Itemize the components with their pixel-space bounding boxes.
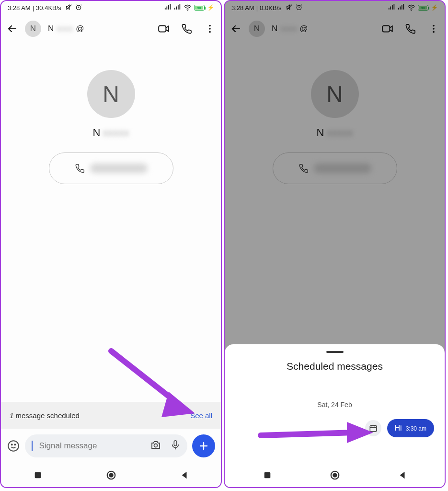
video-call-button[interactable] bbox=[381, 23, 394, 35]
emoji-button[interactable] bbox=[7, 439, 20, 453]
alarm-icon bbox=[295, 3, 303, 12]
nav-back-button[interactable] bbox=[396, 468, 409, 482]
more-options-button[interactable] bbox=[427, 23, 440, 35]
nav-back-button[interactable] bbox=[178, 468, 191, 482]
video-call-button[interactable] bbox=[158, 23, 170, 35]
scheduled-messages-sheet[interactable]: Scheduled messages Sat, 24 Feb Hi 3:30 a… bbox=[225, 344, 445, 487]
svg-point-14 bbox=[109, 473, 113, 477]
sheet-handle[interactable] bbox=[326, 351, 344, 353]
contact-name[interactable]: Nxxxx @ bbox=[48, 24, 84, 34]
svg-point-5 bbox=[209, 28, 211, 30]
message-input-container[interactable] bbox=[25, 434, 187, 457]
voice-call-button[interactable] bbox=[181, 23, 193, 35]
camera-button[interactable] bbox=[150, 439, 161, 453]
charging-icon: ⚡ bbox=[207, 4, 214, 11]
contact-profile: N Nxxxxx bbox=[1, 70, 221, 184]
contact-avatar-large: N bbox=[87, 70, 135, 118]
message-time: 3:30 am bbox=[406, 425, 426, 432]
scheduled-count-label: 1 message scheduled bbox=[10, 411, 80, 420]
contact-name[interactable]: Nxxxx @ bbox=[272, 24, 308, 34]
status-bar: 3:28 AM | 0.0KB/s 98 ⚡ bbox=[225, 1, 445, 14]
nav-home-button[interactable] bbox=[104, 468, 118, 482]
sheet-date-label: Sat, 24 Feb bbox=[317, 401, 352, 409]
mic-button[interactable] bbox=[170, 440, 181, 452]
svg-rect-12 bbox=[34, 472, 41, 479]
calendar-icon bbox=[365, 420, 381, 436]
scheduled-message-bubble[interactable]: Hi 3:30 am bbox=[387, 419, 434, 437]
svg-point-6 bbox=[209, 31, 211, 33]
svg-point-2 bbox=[187, 10, 188, 10]
scheduled-messages-bar[interactable]: 1 message scheduled See all bbox=[1, 402, 221, 429]
app-header: N Nxxxx @ bbox=[225, 14, 445, 43]
svg-point-19 bbox=[411, 10, 412, 10]
nav-recents-button[interactable] bbox=[31, 468, 45, 482]
svg-point-27 bbox=[333, 473, 336, 477]
message-text: Hi bbox=[395, 424, 402, 433]
nav-recents-button[interactable] bbox=[261, 468, 274, 482]
contact-avatar-small[interactable]: N bbox=[249, 21, 265, 37]
svg-point-7 bbox=[8, 441, 19, 451]
back-button[interactable] bbox=[230, 23, 242, 35]
mute-icon bbox=[286, 3, 293, 12]
svg-point-10 bbox=[154, 444, 158, 447]
battery-icon: 98 bbox=[194, 5, 205, 11]
svg-rect-11 bbox=[174, 441, 177, 446]
status-net-speed: 30.4KB/s bbox=[36, 4, 61, 12]
contact-avatar-large: N bbox=[311, 70, 359, 118]
mute-icon bbox=[65, 3, 73, 12]
wifi-icon bbox=[184, 4, 192, 12]
svg-rect-25 bbox=[264, 472, 270, 479]
message-composer bbox=[1, 429, 221, 463]
svg-point-9 bbox=[14, 444, 15, 445]
svg-point-23 bbox=[433, 31, 435, 33]
attach-button[interactable] bbox=[192, 434, 215, 457]
contact-avatar-small[interactable]: N bbox=[25, 21, 41, 37]
contact-display-name: Nxxxxx bbox=[317, 127, 353, 139]
svg-point-21 bbox=[433, 25, 435, 27]
contact-phone-button[interactable] bbox=[273, 152, 397, 184]
phone-left: 3:28 AM | 30.4KB/s 98 ⚡ N Nxxxx @ bbox=[0, 0, 222, 488]
svg-point-22 bbox=[433, 28, 435, 30]
battery-icon: 98 bbox=[418, 5, 428, 11]
signal-icon bbox=[398, 4, 405, 12]
system-nav-bar bbox=[233, 463, 436, 487]
svg-rect-3 bbox=[159, 26, 166, 32]
app-header: N Nxxxx @ bbox=[1, 14, 221, 43]
status-net-speed: 0.0KB/s bbox=[260, 4, 282, 12]
svg-rect-20 bbox=[382, 26, 390, 32]
svg-rect-24 bbox=[370, 426, 377, 432]
back-button[interactable] bbox=[6, 23, 18, 35]
voice-call-button[interactable] bbox=[404, 23, 417, 35]
signal-icon bbox=[174, 4, 181, 12]
status-time: 3:28 AM bbox=[231, 4, 254, 12]
sheet-title: Scheduled messages bbox=[287, 361, 383, 372]
contact-display-name: Nxxxxx bbox=[93, 127, 129, 139]
signal-icon bbox=[388, 4, 395, 12]
scheduled-message-row[interactable]: Hi 3:30 am bbox=[365, 419, 434, 437]
alarm-icon bbox=[75, 3, 82, 12]
status-bar: 3:28 AM | 30.4KB/s 98 ⚡ bbox=[1, 1, 221, 14]
status-time: 3:28 AM bbox=[8, 4, 31, 12]
contact-phone-button[interactable] bbox=[49, 152, 173, 184]
more-options-button[interactable] bbox=[204, 23, 216, 35]
svg-point-8 bbox=[11, 444, 12, 445]
charging-icon: ⚡ bbox=[431, 4, 438, 11]
system-nav-bar bbox=[1, 463, 221, 487]
nav-home-button[interactable] bbox=[328, 468, 342, 482]
wifi-icon bbox=[407, 4, 415, 12]
signal-icon bbox=[164, 4, 172, 12]
message-input[interactable] bbox=[39, 441, 146, 451]
contact-profile: N Nxxxxx bbox=[225, 70, 445, 184]
see-all-link[interactable]: See all bbox=[190, 411, 212, 420]
svg-point-4 bbox=[209, 25, 211, 27]
phone-right: 3:28 AM | 0.0KB/s 98 ⚡ N Nxxxx @ bbox=[224, 0, 446, 488]
